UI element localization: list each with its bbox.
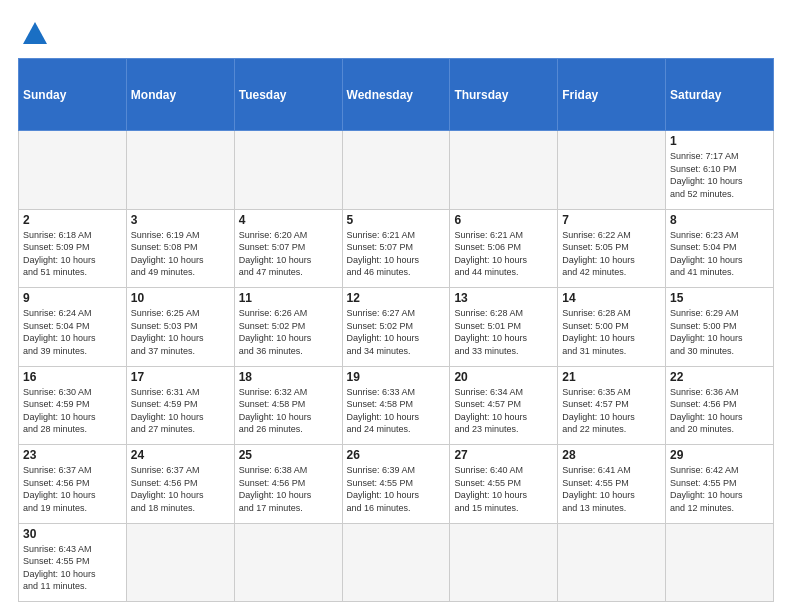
day-info: Sunrise: 6:41 AM Sunset: 4:55 PM Dayligh… (562, 464, 661, 514)
day-number: 27 (454, 448, 553, 462)
day-info: Sunrise: 6:36 AM Sunset: 4:56 PM Dayligh… (670, 386, 769, 436)
calendar-cell (19, 131, 127, 210)
calendar-cell: 9Sunrise: 6:24 AM Sunset: 5:04 PM Daylig… (19, 288, 127, 367)
calendar-week-5: 30Sunrise: 6:43 AM Sunset: 4:55 PM Dayli… (19, 523, 774, 602)
day-number: 9 (23, 291, 122, 305)
weekday-thursday: Thursday (450, 59, 558, 131)
page: SundayMondayTuesdayWednesdayThursdayFrid… (0, 0, 792, 612)
day-number: 4 (239, 213, 338, 227)
weekday-monday: Monday (126, 59, 234, 131)
calendar-cell: 4Sunrise: 6:20 AM Sunset: 5:07 PM Daylig… (234, 209, 342, 288)
day-number: 16 (23, 370, 122, 384)
day-number: 8 (670, 213, 769, 227)
calendar-cell: 17Sunrise: 6:31 AM Sunset: 4:59 PM Dayli… (126, 366, 234, 445)
day-number: 15 (670, 291, 769, 305)
day-info: Sunrise: 7:17 AM Sunset: 6:10 PM Dayligh… (670, 150, 769, 200)
day-info: Sunrise: 6:27 AM Sunset: 5:02 PM Dayligh… (347, 307, 446, 357)
calendar-cell (558, 523, 666, 602)
day-number: 26 (347, 448, 446, 462)
day-number: 11 (239, 291, 338, 305)
day-info: Sunrise: 6:38 AM Sunset: 4:56 PM Dayligh… (239, 464, 338, 514)
calendar-cell: 28Sunrise: 6:41 AM Sunset: 4:55 PM Dayli… (558, 445, 666, 524)
day-number: 12 (347, 291, 446, 305)
day-number: 19 (347, 370, 446, 384)
day-number: 5 (347, 213, 446, 227)
calendar-cell (234, 523, 342, 602)
day-info: Sunrise: 6:43 AM Sunset: 4:55 PM Dayligh… (23, 543, 122, 593)
day-info: Sunrise: 6:37 AM Sunset: 4:56 PM Dayligh… (23, 464, 122, 514)
weekday-sunday: Sunday (19, 59, 127, 131)
calendar-cell: 23Sunrise: 6:37 AM Sunset: 4:56 PM Dayli… (19, 445, 127, 524)
day-info: Sunrise: 6:42 AM Sunset: 4:55 PM Dayligh… (670, 464, 769, 514)
calendar-cell (666, 523, 774, 602)
calendar-cell: 19Sunrise: 6:33 AM Sunset: 4:58 PM Dayli… (342, 366, 450, 445)
calendar-cell: 13Sunrise: 6:28 AM Sunset: 5:01 PM Dayli… (450, 288, 558, 367)
day-info: Sunrise: 6:28 AM Sunset: 5:01 PM Dayligh… (454, 307, 553, 357)
day-info: Sunrise: 6:33 AM Sunset: 4:58 PM Dayligh… (347, 386, 446, 436)
day-number: 21 (562, 370, 661, 384)
calendar-week-2: 9Sunrise: 6:24 AM Sunset: 5:04 PM Daylig… (19, 288, 774, 367)
day-number: 30 (23, 527, 122, 541)
calendar-week-0: 1Sunrise: 7:17 AM Sunset: 6:10 PM Daylig… (19, 131, 774, 210)
day-info: Sunrise: 6:25 AM Sunset: 5:03 PM Dayligh… (131, 307, 230, 357)
calendar-cell (342, 131, 450, 210)
calendar-cell: 25Sunrise: 6:38 AM Sunset: 4:56 PM Dayli… (234, 445, 342, 524)
day-number: 24 (131, 448, 230, 462)
day-info: Sunrise: 6:29 AM Sunset: 5:00 PM Dayligh… (670, 307, 769, 357)
day-number: 18 (239, 370, 338, 384)
calendar-cell: 22Sunrise: 6:36 AM Sunset: 4:56 PM Dayli… (666, 366, 774, 445)
day-number: 13 (454, 291, 553, 305)
day-info: Sunrise: 6:18 AM Sunset: 5:09 PM Dayligh… (23, 229, 122, 279)
calendar-cell: 8Sunrise: 6:23 AM Sunset: 5:04 PM Daylig… (666, 209, 774, 288)
calendar-cell: 10Sunrise: 6:25 AM Sunset: 5:03 PM Dayli… (126, 288, 234, 367)
calendar-cell: 3Sunrise: 6:19 AM Sunset: 5:08 PM Daylig… (126, 209, 234, 288)
calendar-cell: 24Sunrise: 6:37 AM Sunset: 4:56 PM Dayli… (126, 445, 234, 524)
calendar-cell: 1Sunrise: 7:17 AM Sunset: 6:10 PM Daylig… (666, 131, 774, 210)
calendar-cell: 20Sunrise: 6:34 AM Sunset: 4:57 PM Dayli… (450, 366, 558, 445)
logo (18, 18, 49, 48)
day-info: Sunrise: 6:19 AM Sunset: 5:08 PM Dayligh… (131, 229, 230, 279)
day-number: 10 (131, 291, 230, 305)
weekday-wednesday: Wednesday (342, 59, 450, 131)
calendar-cell: 27Sunrise: 6:40 AM Sunset: 4:55 PM Dayli… (450, 445, 558, 524)
calendar-cell (126, 523, 234, 602)
day-number: 17 (131, 370, 230, 384)
calendar-week-1: 2Sunrise: 6:18 AM Sunset: 5:09 PM Daylig… (19, 209, 774, 288)
weekday-header-row: SundayMondayTuesdayWednesdayThursdayFrid… (19, 59, 774, 131)
calendar-cell: 30Sunrise: 6:43 AM Sunset: 4:55 PM Dayli… (19, 523, 127, 602)
day-info: Sunrise: 6:35 AM Sunset: 4:57 PM Dayligh… (562, 386, 661, 436)
day-number: 6 (454, 213, 553, 227)
calendar-cell (234, 131, 342, 210)
day-number: 3 (131, 213, 230, 227)
calendar-cell (450, 131, 558, 210)
calendar-cell: 12Sunrise: 6:27 AM Sunset: 5:02 PM Dayli… (342, 288, 450, 367)
day-number: 2 (23, 213, 122, 227)
day-number: 1 (670, 134, 769, 148)
calendar-cell: 7Sunrise: 6:22 AM Sunset: 5:05 PM Daylig… (558, 209, 666, 288)
day-number: 25 (239, 448, 338, 462)
day-number: 23 (23, 448, 122, 462)
header (18, 18, 774, 48)
calendar-cell: 6Sunrise: 6:21 AM Sunset: 5:06 PM Daylig… (450, 209, 558, 288)
day-info: Sunrise: 6:22 AM Sunset: 5:05 PM Dayligh… (562, 229, 661, 279)
day-info: Sunrise: 6:39 AM Sunset: 4:55 PM Dayligh… (347, 464, 446, 514)
day-info: Sunrise: 6:31 AM Sunset: 4:59 PM Dayligh… (131, 386, 230, 436)
weekday-tuesday: Tuesday (234, 59, 342, 131)
day-info: Sunrise: 6:21 AM Sunset: 5:07 PM Dayligh… (347, 229, 446, 279)
calendar-cell: 15Sunrise: 6:29 AM Sunset: 5:00 PM Dayli… (666, 288, 774, 367)
calendar-cell (450, 523, 558, 602)
calendar-week-4: 23Sunrise: 6:37 AM Sunset: 4:56 PM Dayli… (19, 445, 774, 524)
calendar-cell: 26Sunrise: 6:39 AM Sunset: 4:55 PM Dayli… (342, 445, 450, 524)
svg-marker-0 (23, 22, 47, 44)
day-info: Sunrise: 6:40 AM Sunset: 4:55 PM Dayligh… (454, 464, 553, 514)
day-info: Sunrise: 6:34 AM Sunset: 4:57 PM Dayligh… (454, 386, 553, 436)
day-number: 28 (562, 448, 661, 462)
day-number: 7 (562, 213, 661, 227)
logo-triangle-icon (21, 20, 49, 48)
day-number: 20 (454, 370, 553, 384)
day-number: 14 (562, 291, 661, 305)
day-info: Sunrise: 6:32 AM Sunset: 4:58 PM Dayligh… (239, 386, 338, 436)
calendar-cell: 2Sunrise: 6:18 AM Sunset: 5:09 PM Daylig… (19, 209, 127, 288)
day-info: Sunrise: 6:37 AM Sunset: 4:56 PM Dayligh… (131, 464, 230, 514)
calendar-table: SundayMondayTuesdayWednesdayThursdayFrid… (18, 58, 774, 602)
